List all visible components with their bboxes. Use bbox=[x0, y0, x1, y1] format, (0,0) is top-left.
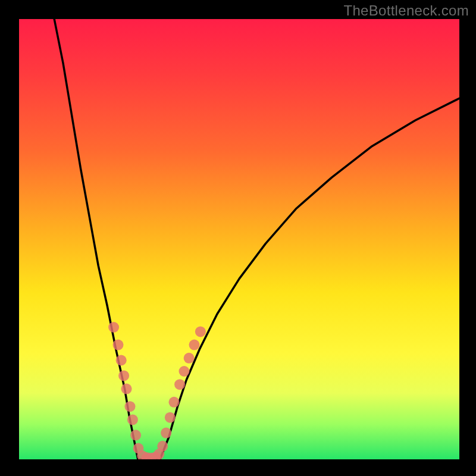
marker-dot bbox=[124, 401, 135, 412]
marker-dot bbox=[121, 384, 132, 394]
marker-dot bbox=[127, 414, 138, 425]
marker-dot bbox=[118, 370, 129, 381]
marker-dot bbox=[184, 353, 195, 364]
marker-dot bbox=[161, 428, 171, 439]
marker-dot bbox=[179, 366, 190, 377]
plot-area bbox=[19, 19, 459, 459]
marker-dot bbox=[168, 397, 179, 408]
marker-dot bbox=[174, 379, 185, 390]
curve-path bbox=[160, 98, 459, 459]
watermark-label: TheBottleneck.com bbox=[343, 2, 469, 19]
chart-frame: TheBottleneck.com bbox=[0, 0, 476, 476]
marker-dot bbox=[157, 441, 168, 452]
plot-svg bbox=[19, 19, 459, 459]
marker-dot bbox=[165, 412, 176, 423]
marker-dot bbox=[108, 322, 119, 333]
marker-dot bbox=[195, 326, 206, 337]
marker-dot bbox=[116, 355, 127, 366]
marker-dot bbox=[113, 340, 124, 350]
marker-dot bbox=[189, 340, 200, 350]
marker-dot bbox=[130, 430, 141, 440]
